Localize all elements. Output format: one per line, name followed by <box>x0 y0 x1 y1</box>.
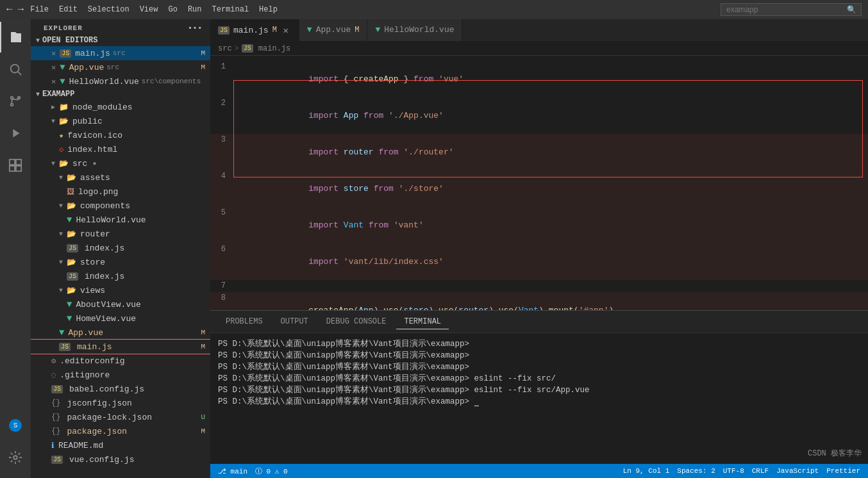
menu-go[interactable]: Go <box>168 5 177 14</box>
folder-components[interactable]: ▼ 📂 components <box>31 199 210 213</box>
search-input[interactable] <box>721 3 862 16</box>
menu-help[interactable]: Help <box>259 5 278 14</box>
file-readme[interactable]: ℹ README.md <box>31 438 210 452</box>
chevron-src-icon: ▼ <box>51 160 55 167</box>
js-babel-icon: JS <box>51 385 63 393</box>
tab-mainjs-label: main.js <box>233 26 269 35</box>
menu-terminal[interactable]: Terminal <box>212 5 249 14</box>
file-package-lock[interactable]: {} package-lock.json U <box>31 410 210 424</box>
activity-extensions[interactable] <box>0 150 31 181</box>
folder-views[interactable]: ▼ 📂 views <box>31 283 210 297</box>
activity-source-control[interactable] <box>0 86 31 117</box>
nav-back-icon[interactable]: ← <box>6 4 13 15</box>
js-store-icon: JS <box>67 272 78 281</box>
menu-run[interactable]: Run <box>188 5 202 14</box>
open-editor-helloworldvue[interactable]: ✕ ▼ HelloWorld.vue src\components <box>31 74 210 88</box>
tab-debug-console[interactable]: DEBUG CONSOLE <box>319 315 394 329</box>
code-line-1: 1 import { createApp } from 'vue' <box>210 61 868 97</box>
file-app-vue[interactable]: ▼ App.vue M <box>31 326 210 340</box>
tab-mainjs-modified: M <box>272 26 277 35</box>
file-router-index[interactable]: JS index.js <box>31 241 210 255</box>
file-store-index[interactable]: JS index.js <box>31 269 210 283</box>
js-main-icon: JS <box>59 343 71 351</box>
titlebar-nav: ← → <box>6 4 24 15</box>
folder-src[interactable]: ▼ 📂 src ● <box>31 156 210 170</box>
file-gitignore[interactable]: ◌ .gitignore <box>31 368 210 382</box>
activity-files[interactable] <box>0 22 31 53</box>
status-branch[interactable]: ⎇ main <box>218 467 247 475</box>
code-editor[interactable]: 1 import { createApp } from 'vue' 2 impo… <box>210 56 868 310</box>
activity-run[interactable] <box>0 118 31 149</box>
nav-forward-icon[interactable]: → <box>18 4 24 15</box>
tab-helloworldvue[interactable]: ▼ HelloWorld.vue <box>367 19 462 41</box>
status-line-ending[interactable]: CRLF <box>752 467 769 475</box>
folder-assets-label: assets <box>80 173 110 183</box>
menu-edit[interactable]: Edit <box>59 5 78 14</box>
breadcrumb-mainjs[interactable]: main.js <box>258 44 290 53</box>
status-errors[interactable]: Ⓘ 0 ⚠ 0 <box>255 466 288 476</box>
activity-search[interactable] <box>0 54 31 85</box>
folder-store[interactable]: ▼ 📂 store <box>31 255 210 269</box>
sidebar-header: EXPLORER ••• <box>31 19 210 35</box>
status-formatter[interactable]: Prettier <box>826 467 860 475</box>
status-language[interactable]: JavaScript <box>776 467 819 475</box>
svg-rect-6 <box>16 160 21 165</box>
file-package-json-badge: M <box>201 427 205 435</box>
folder-public[interactable]: ▼ 📂 public <box>31 114 210 128</box>
line-content-6: import 'vant/lib/index.css' <box>238 243 868 280</box>
menu-selection[interactable]: Selection <box>88 5 129 14</box>
terminal-content[interactable]: PS D:\系统默认\桌面\uniapp博客素材\Vant项目演示\examap… <box>210 333 868 464</box>
file-homeview[interactable]: ▼ HomeView.vue <box>31 311 210 326</box>
file-indexhtml[interactable]: ◇ index.html <box>31 142 210 156</box>
tab-output[interactable]: OUTPUT <box>273 315 316 329</box>
file-jsconfig[interactable]: {} jsconfig.json <box>31 396 210 410</box>
activity-account[interactable]: S <box>0 410 31 441</box>
tab-terminal[interactable]: TERMINAL <box>396 315 449 329</box>
file-favicon-label: favicon.ico <box>67 131 122 140</box>
code-line-4: 4 import store from './store' <box>210 170 868 207</box>
close-icon-helloworld[interactable]: ✕ <box>51 77 56 87</box>
terminal-line-5: PS D:\系统默认\桌面\uniapp博客素材\Vant项目演示\examap… <box>218 384 860 396</box>
svg-rect-8 <box>16 166 21 171</box>
line-content-3: import router from './router' <box>238 134 868 170</box>
tab-problems[interactable]: PROBLEMS <box>218 315 271 329</box>
open-editor-appvue[interactable]: ✕ ▼ App.vue src M <box>31 60 210 74</box>
tab-appvue[interactable]: ▼ App.vue M <box>299 19 368 41</box>
file-package-json[interactable]: {} package.json M <box>31 424 210 438</box>
status-cursor[interactable]: Ln 9, Col 1 <box>623 467 670 475</box>
tab-mainjs-close[interactable]: ✕ <box>281 25 291 35</box>
section-open-editors[interactable]: ▼ OPEN EDITORS <box>31 35 210 46</box>
section-examapp[interactable]: ▼ EXAMAPP <box>31 88 210 100</box>
menu-file[interactable]: File <box>30 5 49 14</box>
favicon-icon: ★ <box>59 131 63 140</box>
close-icon-appvue[interactable]: ✕ <box>51 63 56 72</box>
file-babel-config[interactable]: JS babel.config.js <box>31 382 210 396</box>
file-aboutview[interactable]: ▼ AboutView.vue <box>31 297 210 311</box>
json-jsconfig-icon: {} <box>51 399 60 408</box>
tab-mainjs[interactable]: JS main.js M ✕ <box>210 19 299 41</box>
file-favicon[interactable]: ★ favicon.ico <box>31 128 210 142</box>
status-encoding[interactable]: UTF-8 <box>723 467 744 475</box>
open-editor-mainjs[interactable]: ✕ JS main.js src M <box>31 46 210 60</box>
activity-bar: S <box>0 19 31 478</box>
file-main-js[interactable]: JS main.js M <box>31 340 210 354</box>
line-num-4: 4 <box>210 170 236 183</box>
status-spaces[interactable]: Spaces: 2 <box>677 467 715 475</box>
file-editorconfig[interactable]: ⚙ .editorconfig <box>31 354 210 368</box>
file-logo[interactable]: 🖼 logo.png <box>31 185 210 199</box>
folder-router[interactable]: ▼ 📂 router <box>31 227 210 241</box>
activity-settings[interactable] <box>0 442 31 473</box>
file-helloworld-vue[interactable]: ▼ HelloWorld.vue <box>31 213 210 227</box>
close-icon[interactable]: ✕ <box>51 49 56 58</box>
breadcrumb-src[interactable]: src <box>218 44 232 53</box>
folder-node-modules[interactable]: ▶ 📁 node_modules <box>31 100 210 114</box>
line-num-8: 8 <box>210 292 236 304</box>
open-editor-appvue-path: src <box>106 63 119 71</box>
file-homeview-label: HomeView.vue <box>76 314 136 324</box>
folder-assets[interactable]: ▼ 📂 assets <box>31 170 210 185</box>
file-vue-config[interactable]: JS vue.config.js <box>31 452 210 466</box>
open-editor-mainjs-badge: M <box>201 49 205 57</box>
folder-public-label: public <box>72 117 103 126</box>
sidebar-more-icon[interactable]: ••• <box>188 24 203 32</box>
menu-view[interactable]: View <box>140 5 158 14</box>
